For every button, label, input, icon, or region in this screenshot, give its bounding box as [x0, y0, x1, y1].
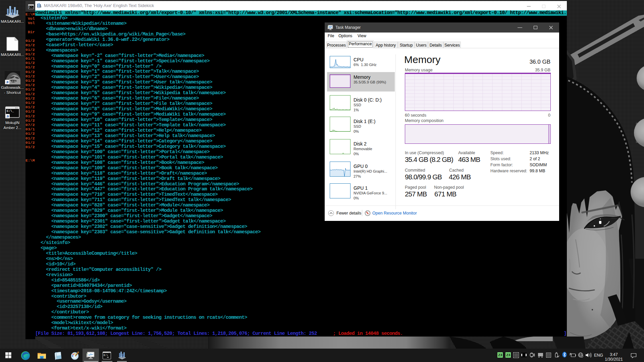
svg-text:C:\.: C:\. — [29, 6, 34, 8]
svg-text:C:\: C:\ — [104, 354, 108, 357]
svg-text:C:\_: C:\_ — [7, 110, 14, 113]
